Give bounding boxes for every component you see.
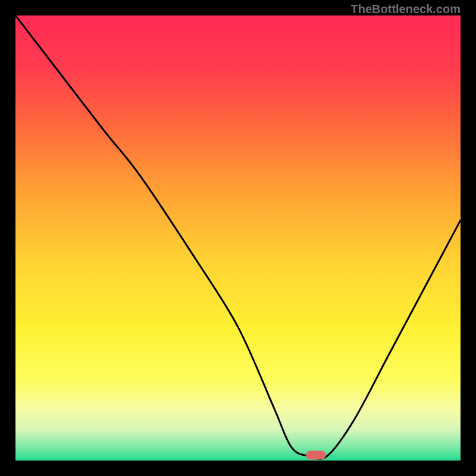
watermark-text: TheBottleneck.com [351, 2, 461, 16]
bottleneck-marker [306, 451, 326, 460]
chart-container: TheBottleneck.com [0, 0, 476, 476]
plot-background [15, 15, 461, 461]
bottleneck-chart [15, 15, 461, 461]
